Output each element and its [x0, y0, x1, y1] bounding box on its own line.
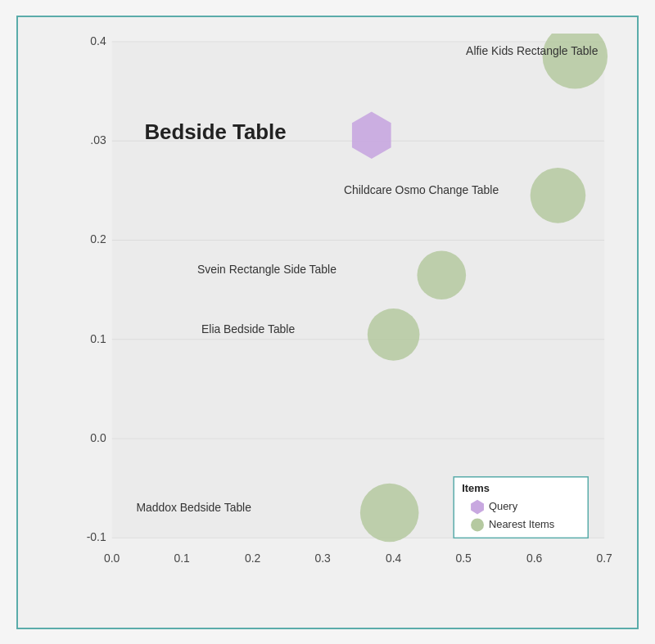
childcare-label: Childcare Osmo Change Table	[344, 182, 499, 196]
y-tick-01: 0.1	[90, 331, 106, 345]
svg-rect-1	[112, 41, 604, 537]
legend-title: Items	[462, 481, 490, 493]
y-tick-00: 0.0	[90, 431, 106, 444]
y-tick-03: .03	[90, 133, 106, 146]
y-tick-02: 0.2	[90, 232, 106, 245]
legend-nearest-label: Nearest Items	[489, 518, 554, 530]
svein-label: Svein Rectangle Side Table	[197, 263, 337, 276]
x-tick-02: 0.2	[245, 552, 261, 565]
legend-query-label: Query	[489, 499, 518, 511]
svein-circle	[417, 250, 466, 299]
x-tick-07: 0.7	[596, 552, 612, 565]
y-tick-04: 0.4	[90, 34, 106, 47]
chart-container: 0.4 .03 0.2 0.1 0.0 -0.1 0.0 0.1 0.2 0.3…	[16, 16, 639, 629]
maddox-label: Maddox Bedside Table	[137, 500, 252, 513]
x-tick-04: 0.4	[386, 552, 402, 565]
x-tick-05: 0.5	[455, 552, 472, 565]
childcare-circle	[531, 168, 586, 223]
elia-circle	[368, 308, 420, 361]
x-tick-01: 0.1	[174, 552, 190, 565]
legend-nearest-circle	[471, 518, 484, 531]
query-label: Bedside Table	[144, 120, 286, 143]
alfie-label: Alfie Kids Rectangle Table	[466, 43, 599, 56]
x-tick-03: 0.3	[314, 552, 331, 565]
maddox-circle	[360, 483, 419, 542]
y-tick-minus01: -0.1	[87, 530, 106, 543]
elia-label: Elia Bedside Table	[201, 322, 295, 335]
x-tick-00: 0.0	[104, 552, 120, 565]
x-tick-06: 0.6	[526, 552, 543, 565]
scatter-chart: 0.4 .03 0.2 0.1 0.0 -0.1 0.0 0.1 0.2 0.3…	[67, 34, 621, 587]
